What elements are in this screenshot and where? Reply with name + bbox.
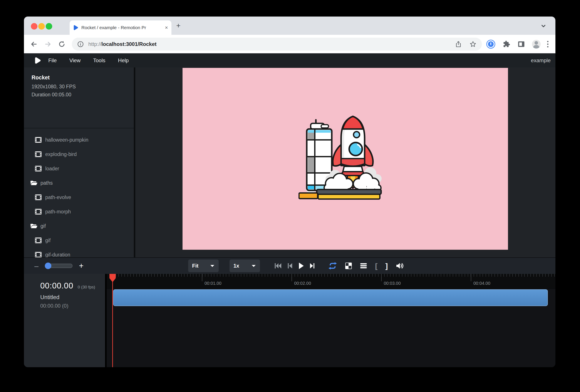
film-icon [34, 151, 42, 157]
ruler-label: 00:03.00 [384, 281, 401, 286]
film-icon [34, 237, 42, 244]
back-icon[interactable] [30, 40, 38, 48]
open-folder-icon [30, 180, 38, 186]
menu-help[interactable]: Help [118, 57, 129, 64]
composition-resolution: 1920x1080, 30 FPS [31, 84, 134, 90]
url-text: http://localhost:3001/Rocket [88, 41, 156, 47]
in-point-bracket-icon[interactable]: [ [375, 262, 377, 270]
remotion-favicon [73, 25, 78, 30]
timeline-ruler[interactable]: 00:01.00 00:02.00 00:03.00 00:04.00 [107, 274, 555, 289]
timeline-track-area[interactable]: 00:01.00 00:02.00 00:03.00 00:04.00 [107, 274, 555, 367]
zoom-slider[interactable] [45, 264, 72, 268]
second-tick [202, 274, 202, 281]
film-icon [34, 252, 42, 258]
fullscreen-window-button[interactable] [46, 23, 52, 30]
timeline-sequence-bar[interactable] [113, 289, 548, 306]
zoom-in-button[interactable]: + [79, 261, 84, 270]
player-toolbar: – + Fit 1x [24, 257, 555, 274]
reload-icon[interactable] [58, 40, 66, 48]
canvas-size-dropdown[interactable]: Fit [188, 260, 219, 272]
extensions-puzzle-icon[interactable] [502, 40, 511, 48]
project-name-label: example [531, 57, 551, 64]
sidebar-item-exploding-bird[interactable]: exploding-bird [24, 147, 134, 161]
menu-view[interactable]: View [69, 57, 81, 64]
browser-toolbar: http://localhost:3001/Rocket [24, 35, 555, 53]
out-point-bracket-icon[interactable]: ] [385, 262, 388, 270]
browser-window: Rocket / example - Remotion Pr × + http:… [24, 16, 555, 367]
ruler-label: 00:04.00 [473, 281, 490, 286]
film-icon [34, 137, 42, 143]
browser-menu-icon[interactable] [547, 41, 549, 47]
track-start-time: 00:00.00 (0) [40, 303, 105, 309]
second-tick [381, 274, 382, 281]
chevron-down-icon [251, 264, 256, 267]
playhead-line[interactable] [112, 274, 113, 367]
compositions-sidebar: Rocket 1920x1080, 30 FPS Duration 00:05.… [24, 67, 135, 257]
share-icon[interactable] [455, 40, 462, 48]
chevron-down-icon[interactable] [540, 22, 547, 30]
sidebar-item-halloween-pumpkin[interactable]: halloween-pumpkin [24, 133, 134, 147]
tab-close-icon[interactable]: × [165, 25, 168, 30]
composition-list: halloween-pumpkin exploding-bird loader … [24, 133, 134, 276]
remotion-logo-icon[interactable] [34, 57, 41, 64]
browser-tab[interactable]: Rocket / example - Remotion Pr × [70, 20, 171, 35]
new-tab-button[interactable]: + [176, 21, 181, 30]
chevron-down-icon [210, 264, 215, 267]
tab-title: Rocket / example - Remotion Pr [81, 25, 160, 30]
open-folder-icon [30, 223, 38, 229]
menu-file[interactable]: File [48, 57, 57, 64]
transparency-checkerboard-icon[interactable] [345, 262, 352, 269]
play-icon[interactable] [298, 262, 304, 269]
next-frame-icon[interactable] [309, 262, 315, 269]
zoom-out-button[interactable]: – [34, 262, 38, 270]
forward-icon[interactable] [44, 40, 52, 48]
ruler-label: 00:02.00 [294, 281, 311, 286]
loop-icon[interactable] [328, 262, 337, 270]
preview-area [135, 67, 555, 257]
address-bar[interactable]: http://localhost:3001/Rocket [72, 38, 482, 51]
sidebar-item-loader[interactable]: loader [24, 161, 134, 176]
sidebar-item-path-evolve[interactable]: path-evolve [24, 190, 134, 205]
ruler-label: 00:01.00 [204, 281, 221, 286]
site-info-icon[interactable] [77, 41, 84, 48]
timeline-rows-icon[interactable] [360, 262, 367, 269]
sidepanel-icon[interactable] [517, 40, 525, 48]
menu-tools[interactable]: Tools [93, 57, 105, 64]
bookmark-star-icon[interactable] [469, 40, 477, 48]
video-canvas[interactable] [182, 68, 508, 250]
sidebar-item-path-morph[interactable]: path-morph [24, 205, 134, 219]
previous-frame-icon[interactable] [287, 262, 293, 269]
minimize-window-button[interactable] [38, 23, 45, 30]
tab-strip: Rocket / example - Remotion Pr × + [24, 16, 555, 35]
film-icon [34, 165, 42, 172]
divider [24, 128, 134, 128]
film-icon [34, 209, 42, 215]
second-tick [471, 274, 471, 281]
skip-to-start-icon[interactable] [274, 262, 282, 269]
playback-speed-dropdown[interactable]: 1x [230, 260, 260, 272]
film-icon [34, 194, 42, 200]
composition-name: Rocket [31, 74, 134, 81]
onepassword-icon[interactable] [486, 40, 495, 49]
sidebar-folder-paths[interactable]: paths [24, 176, 134, 190]
timeline-panel: 00:00.00 0 (30 fps) Untitled 00:00.00 (0… [24, 274, 555, 367]
remotion-menubar: File View Tools Help example [24, 53, 555, 67]
zoom-slider-thumb[interactable] [45, 262, 51, 269]
current-frame-fps: 0 (30 fps) [78, 285, 95, 289]
composition-duration: Duration 00:05.00 [31, 92, 134, 98]
volume-icon[interactable] [396, 262, 404, 269]
rocket-illustration [298, 112, 392, 206]
current-timecode: 00:00.00 [40, 281, 73, 290]
track-name: Untitled [40, 294, 105, 301]
sidebar-folder-gif[interactable]: gif [24, 219, 134, 233]
second-tick [291, 274, 292, 281]
profile-avatar[interactable] [532, 40, 541, 48]
sidebar-item-gif[interactable]: gif [24, 233, 134, 248]
frame-ticks [113, 274, 555, 277]
timeline-info-panel: 00:00.00 0 (30 fps) Untitled 00:00.00 (0… [24, 274, 107, 367]
close-window-button[interactable] [31, 23, 37, 30]
